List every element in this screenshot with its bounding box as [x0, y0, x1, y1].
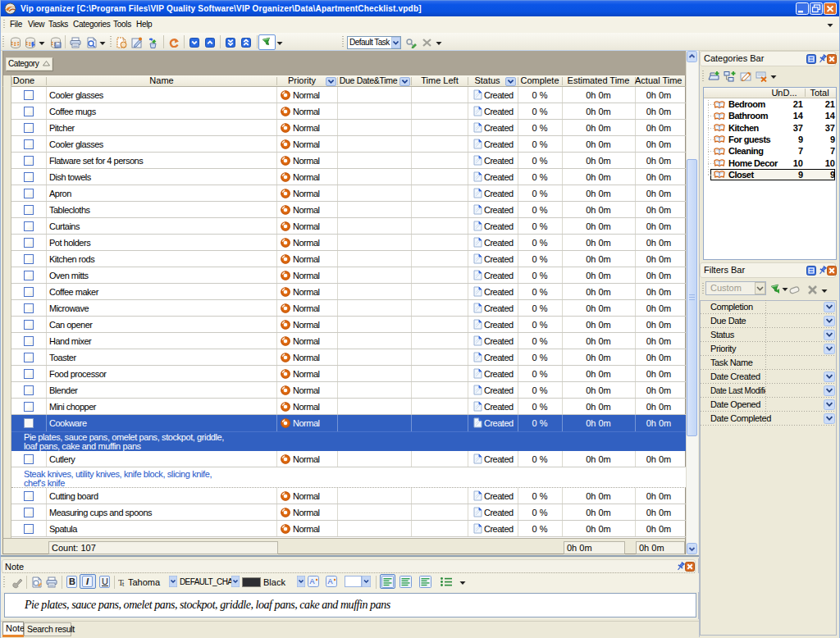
svg-text:A: A [310, 577, 315, 586]
svg-text:t: t [122, 581, 125, 587]
svg-text:A: A [328, 577, 333, 586]
